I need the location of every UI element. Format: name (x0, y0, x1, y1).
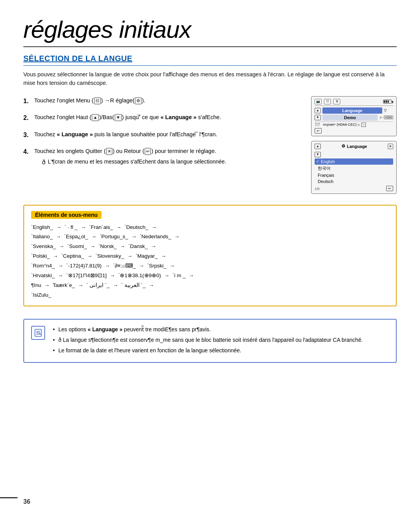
ui-lang-chevron-down[interactable]: ▼ (315, 152, 321, 157)
step-2-num: 2. (23, 113, 34, 123)
lang-spanish: `Espa¿ol_ (64, 232, 88, 242)
ui-screenshot-language: ▲ ⚙ Language ✕ ▼ ✓ English 한국어 Français (311, 141, 397, 194)
arr9: → (59, 242, 65, 251)
lang-croatian: `Hrvatski_ (31, 271, 55, 281)
main-content: 1. Touchez l'onglet Menu (☷) →R églage(⚙… (23, 96, 397, 194)
ui-menu-language-row: ▲ Language ▽ (315, 107, 393, 114)
step-1-num: 1. (23, 96, 34, 106)
ui-chevron-down[interactable]: ▼ (315, 115, 321, 120)
lang-french: `Fran´ais_ (89, 223, 113, 232)
ui-anynet-row: 7/7 Anynet+ (HDMI-CEC) ▷ ↔ (315, 121, 393, 127)
lang-item-french[interactable]: Français (315, 172, 393, 178)
menu-icon: ☷ (94, 97, 101, 104)
battery-indicator (383, 100, 393, 104)
submenu-row-2: `Italiano_→ `Espa¿ol_→ `Portugu_s_→ `Ned… (31, 232, 389, 242)
ui-lang-back-button[interactable]: ↩ (386, 186, 393, 191)
step-4: 4. Touchez les onglets Quitter (✕) ou Re… (23, 147, 303, 167)
submenu-row-4: `Polski_→ `Ceptina_→ `Slovensky_→ `Magya… (31, 251, 389, 261)
lang-polish: `Polski_ (31, 251, 50, 261)
lang-english: `English_ (31, 223, 53, 232)
arr8: → (174, 232, 180, 242)
arr23: → (164, 271, 170, 281)
lang-greek: `∂≡:⌕⌨_ (113, 261, 136, 271)
ui-screenshots-column: 📷 ☷ ⚙ ▲ Language ▽ (311, 96, 397, 194)
arr28: → (149, 281, 154, 290)
lang-german: `Deutsch_ (124, 223, 149, 232)
page-number: 36 (23, 498, 30, 505)
arr26: → (78, 281, 84, 290)
lang-thai: ¶Inu (31, 281, 41, 290)
lang-persian: ` ایرانی `_ (86, 281, 110, 290)
step-3-text: Touchez « Language » puis la langue souh… (34, 130, 303, 139)
ui-lang-chevron-up[interactable]: ▲ (315, 144, 321, 149)
arr22: → (110, 271, 115, 281)
step-2: 2. Touchez l'onglet Haut (▲)/Bas(▼) jusq… (23, 113, 303, 123)
arr15: → (127, 251, 133, 261)
step-3: 3. Touchez « Language » puis la langue s… (23, 130, 303, 140)
quit-icon: ✕ (106, 148, 112, 155)
page-line (0, 497, 18, 498)
step-4-sub-text: L'¶cran de menu et les messages s'afEche… (48, 157, 226, 166)
ui-close-button[interactable]: ✕ (388, 144, 393, 149)
ui-chevron-up[interactable]: ▲ (315, 108, 321, 113)
back-icon: ↩ (145, 148, 151, 155)
arr25: → (44, 281, 50, 290)
page-title: réglages initiaux (23, 16, 397, 47)
submenu-row-1: `English_→ ` · fl _→ `Fran´ais_→ `Deutsc… (31, 223, 389, 232)
step-2-text: Touchez l'onglet Haut (▲)/Bas(▼) jusqu'̅… (34, 113, 303, 122)
submenu-languages-grid: `English_→ ` · fl _→ `Fran´ais_→ `Deutsc… (31, 223, 389, 301)
steps-column: 1. Touchez l'onglet Menu (☷) →R églage(⚙… (23, 96, 303, 194)
submenu-row-7: ¶Inu → Taærk´e_→ ` ایرانی `_→ ` العربية … (31, 281, 389, 290)
notepad-svg (34, 329, 42, 337)
lang-bulgarian: `⊗17[1⊓4⊠9⊡1] (66, 271, 107, 281)
lang-zulu: `IsiZulu_ (31, 290, 51, 300)
ui-lang-title: ⚙ Language (341, 144, 367, 149)
arr19: → (139, 261, 144, 271)
arr2: → (81, 223, 86, 232)
arr27: → (113, 281, 118, 290)
step-4-num: 4. (23, 147, 34, 157)
arr20: → (170, 261, 175, 271)
submenu-row-5: `Rom°n4_→ `-172(4)7.81(9)→ `∂≡:⌕⌨_→ `Srp… (31, 261, 389, 271)
settings-icon: ⚙ (135, 97, 142, 104)
lang-italian: `Italiano_ (31, 232, 53, 242)
intro-text: Vous pouvez sélectionner la langue de vo… (23, 70, 397, 88)
lang-chinese-sim: `i m _ (173, 271, 186, 281)
lang-item-german[interactable]: Deutsch (315, 178, 393, 185)
ui-demo-row: ▼ Demo ▷ HDMI (315, 114, 393, 121)
step-1-text: Touchez l'onglet Menu (☷) →R églage(⚙). (34, 96, 303, 105)
arr10: → (90, 242, 96, 251)
lang-arabic: ` العربية `_ (121, 281, 146, 290)
lang-czech: `Ceptina_ (61, 251, 84, 261)
step-1: 1. Touchez l'onglet Menu (☷) →R églage(⚙… (23, 96, 303, 106)
lang-item-korean[interactable]: 한국어 (315, 165, 393, 172)
arr5: → (56, 232, 61, 242)
step-4-text: Touchez les onglets Quitter (✕) ou Retou… (34, 148, 216, 154)
lang-macedonian: `⊕1⊗38.1(⊕9⊕0) (118, 271, 161, 281)
ui-back-button[interactable]: ↩ (315, 128, 322, 134)
note-3: Le format de la date et l'heure varient … (51, 346, 363, 355)
lang-finnish: `Suomi_ (67, 242, 87, 251)
arr16: → (161, 251, 166, 261)
lang-catalan: ` · fl _ (65, 223, 78, 232)
ui-expand-icon: ▽ (384, 108, 393, 113)
arr18: → (105, 261, 110, 271)
arr7: → (131, 232, 137, 242)
step-3-num: 3. (23, 130, 34, 140)
lang-dutch: `Nederlands_ (140, 232, 171, 242)
note-1: Les options « Language » peuvent̅ tre mo… (51, 325, 363, 334)
arr1: → (56, 223, 61, 232)
lang-item-english[interactable]: ✓ English (315, 158, 393, 165)
lang-slovak: `Slovensky_ (96, 251, 124, 261)
submenu-row-3: `Svenska_→ `Suomi_→ `Norsk_→ `Dansk_→ (31, 242, 389, 251)
arr14: → (87, 251, 93, 261)
submenu-section: Éléments de sous-menu `English_→ ` · fl … (23, 205, 397, 307)
ui-demo-label: Demo (322, 114, 378, 121)
ui-anynet-icon: ↔ (361, 123, 366, 127)
arr6: → (91, 232, 97, 242)
lang-norwegian: `Norsk_ (98, 242, 117, 251)
notes-text: Les options « Language » peuvent̅ tre mo… (51, 325, 363, 356)
menu-square-icon: ☷ (324, 99, 331, 104)
arr24: → (189, 271, 194, 281)
lang-turkish: Taærk´e_ (53, 281, 75, 290)
